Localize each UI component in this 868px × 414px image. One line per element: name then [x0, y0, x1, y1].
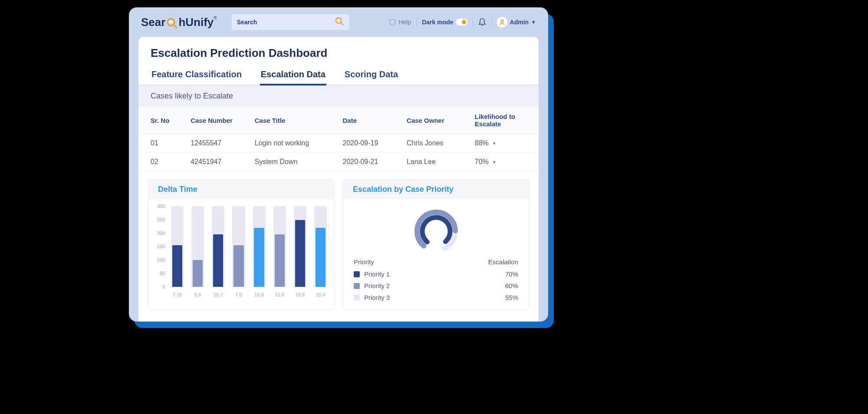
y-tick: 300 — [157, 204, 165, 209]
x-tick: 15.0 — [252, 292, 266, 297]
bar — [170, 206, 184, 287]
priority-value: 60% — [505, 282, 518, 289]
priority-value: 55% — [505, 294, 518, 301]
y-tick: 150 — [157, 244, 165, 249]
notifications-icon[interactable] — [478, 18, 486, 26]
cell-owner: Chris Jones — [395, 134, 463, 153]
separator — [473, 17, 473, 27]
help-label: Help — [398, 19, 411, 26]
priority-row: Priority 170% — [354, 268, 518, 280]
x-tick: 7.15 — [170, 292, 184, 297]
dark-mode-toggle[interactable]: Dark mode — [422, 19, 467, 26]
x-tick: 18.6 — [293, 292, 307, 297]
svg-line-5 — [340, 22, 342, 24]
col-date: Date — [331, 107, 395, 134]
col-priority: Priority — [354, 258, 488, 266]
cell-caseno: 42451947 — [178, 153, 243, 171]
separator — [491, 17, 492, 27]
bar — [231, 206, 246, 287]
priority-gauge-chart — [354, 204, 518, 256]
brand-reg-icon: ® — [214, 16, 217, 20]
cases-table: Sr. No Case Number Case Title Date Case … — [138, 107, 539, 171]
brand-logo: Sear hUnify ® — [141, 16, 217, 29]
legend-swatch — [354, 283, 360, 289]
cell-likelihood[interactable]: 88%▼ — [463, 134, 539, 153]
cell-date: 2020-09-21 — [331, 153, 395, 171]
widget-title: Escalation by Case Priority — [343, 180, 529, 199]
legend-swatch — [354, 295, 360, 301]
bar — [252, 206, 266, 287]
table-header-row: Sr. No Case Number Case Title Date Case … — [138, 107, 539, 134]
table-row[interactable]: 0112455547Login not working2020-09-19Chr… — [138, 134, 539, 153]
x-tick: 7.0 — [231, 292, 246, 297]
page-title: Escalation Prediction Dashboard — [138, 37, 539, 65]
admin-menu[interactable]: Admin ▼ — [497, 17, 536, 27]
col-sr: Sr. No — [138, 107, 178, 134]
cell-sr: 02 — [138, 153, 178, 171]
search-icon[interactable] — [335, 17, 344, 28]
caret-down-icon: ▼ — [492, 141, 496, 146]
bar — [313, 206, 328, 287]
magnifier-c-icon — [166, 17, 178, 29]
col-escalation: Escalation — [488, 258, 518, 266]
y-tick: 50 — [160, 271, 165, 276]
section-title: Cases likely to Escalate — [138, 85, 539, 107]
caret-down-icon: ▼ — [492, 160, 496, 164]
tabs: Feature Classification Escalation Data S… — [138, 65, 539, 85]
bar — [211, 206, 225, 287]
chevron-down-icon: ▼ — [531, 20, 536, 25]
col-caseno: Case Number — [178, 107, 243, 134]
tab-scoring-data[interactable]: Scoring Data — [344, 65, 399, 85]
app-header: Sear hUnify ® — [129, 7, 548, 37]
table-row[interactable]: 0242451947System Down2020-09-21Lana Lee7… — [138, 153, 539, 171]
y-tick: 100 — [157, 257, 165, 263]
separator — [416, 17, 417, 27]
user-avatar-icon — [497, 17, 507, 27]
cell-caseno: 12455547 — [178, 134, 243, 153]
cell-likelihood[interactable]: 70%▼ — [463, 153, 539, 171]
col-owner: Case Owner — [395, 107, 463, 134]
shield-icon — [389, 19, 396, 26]
brand-left: Sear — [141, 16, 165, 29]
bar — [273, 206, 287, 287]
x-tick: 15.9 — [313, 292, 328, 297]
bar — [191, 206, 205, 287]
priority-label: Priority 2 — [364, 282, 505, 289]
x-tick: 10.2 — [211, 292, 225, 297]
main-card: Escalation Prediction Dashboard Feature … — [138, 37, 539, 322]
toggle-switch[interactable] — [456, 19, 467, 26]
widget-title: Delta Time — [148, 180, 334, 199]
svg-point-7 — [501, 20, 503, 23]
cell-title: System Down — [243, 153, 331, 171]
col-like: Likelihood to Escalate — [463, 107, 539, 134]
y-tick: 0 — [162, 284, 165, 289]
priority-row: Priority 260% — [354, 280, 518, 292]
y-tick: 200 — [157, 230, 165, 236]
x-tick: 11.0 — [273, 292, 287, 297]
priority-value: 70% — [505, 270, 518, 278]
app-frame: Sear hUnify ® — [129, 7, 548, 322]
cell-title: Login not working — [243, 134, 331, 153]
priority-legend-header: Priority Escalation — [354, 256, 518, 268]
admin-label: Admin — [510, 19, 529, 26]
svg-point-9 — [409, 205, 463, 253]
col-title: Case Title — [243, 107, 331, 134]
cell-date: 2020-09-19 — [331, 134, 395, 153]
tab-escalation-data[interactable]: Escalation Data — [260, 65, 326, 85]
help-link[interactable]: Help — [389, 19, 411, 26]
delta-time-chart: 050100150200250300 7.155.510.27.015.011.… — [148, 199, 334, 299]
priority-label: Priority 3 — [364, 294, 505, 301]
cell-owner: Lana Lee — [395, 153, 463, 171]
search-input[interactable] — [237, 19, 335, 26]
cell-sr: 01 — [138, 134, 178, 153]
tab-feature-classification[interactable]: Feature Classification — [151, 65, 243, 85]
x-tick: 5.5 — [191, 292, 205, 297]
priority-row: Priority 355% — [354, 292, 518, 303]
widget-delta-time: Delta Time 050100150200250300 7.155.510.… — [148, 179, 334, 310]
bar — [293, 206, 307, 287]
y-tick: 250 — [157, 217, 165, 222]
search-box[interactable] — [232, 14, 349, 30]
svg-line-1 — [174, 25, 177, 28]
brand-right: hUnify — [178, 16, 214, 29]
widget-priority: Escalation by Case Priority — [343, 179, 529, 310]
